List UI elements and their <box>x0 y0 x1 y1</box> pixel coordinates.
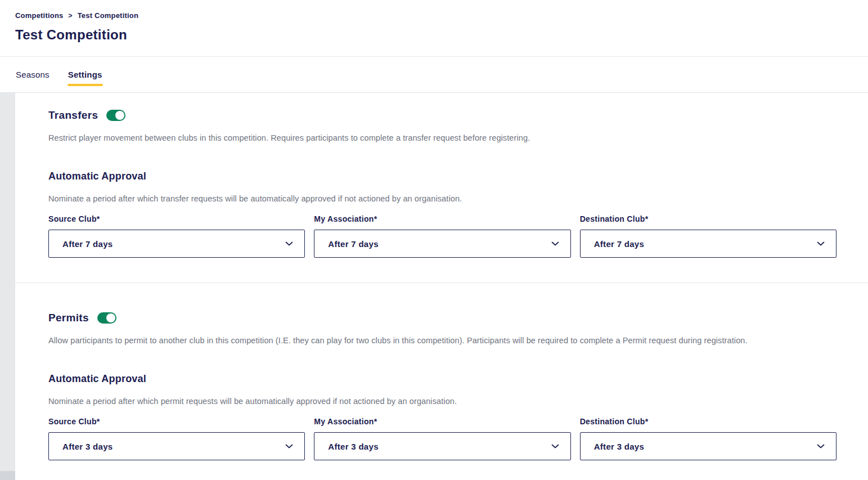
section-transfers: Transfers Restrict player movement betwe… <box>15 93 868 258</box>
page-title: Test Competition <box>15 27 868 43</box>
select-value: After 7 days <box>594 239 644 249</box>
chevron-down-icon <box>817 241 825 246</box>
permits-automatic-approval-title: Automatic Approval <box>48 373 836 385</box>
left-rail-footer <box>0 471 15 480</box>
my-association-label: My Association* <box>314 417 570 426</box>
permits-approval-fields: Source Club* After 3 days My Association… <box>48 417 836 460</box>
breadcrumb-separator: > <box>68 12 72 20</box>
settings-content: Transfers Restrict player movement betwe… <box>15 93 868 460</box>
chevron-down-icon <box>551 241 559 246</box>
my-association-label: My Association* <box>314 214 570 223</box>
field-transfers-source-club: Source Club* After 7 days <box>48 214 305 258</box>
page: Competitions > Test Competition Test Com… <box>0 0 868 480</box>
source-club-label: Source Club* <box>48 214 305 223</box>
select-value: After 3 days <box>328 442 378 451</box>
chevron-down-icon <box>551 444 559 448</box>
field-permits-my-association: My Association* After 3 days <box>314 417 570 460</box>
breadcrumb-current: Test Competition <box>78 11 138 20</box>
select-value: After 7 days <box>62 239 113 249</box>
field-transfers-my-association: My Association* After 7 days <box>314 214 570 258</box>
field-permits-destination-club: Destination Club* After 3 days <box>580 417 836 460</box>
destination-club-label: Destination Club* <box>580 214 836 223</box>
permits-header: Permits <box>48 311 836 324</box>
toggle-knob-icon <box>106 313 115 322</box>
left-rail <box>0 93 15 480</box>
permits-toggle[interactable] <box>97 312 116 324</box>
transfers-automatic-approval-description: Nominate a period after which transfer r… <box>48 194 836 204</box>
select-value: After 3 days <box>594 442 644 451</box>
select-value: After 3 days <box>62 442 113 451</box>
transfers-header: Transfers <box>48 109 836 122</box>
transfers-source-club-select[interactable]: After 7 days <box>48 230 305 258</box>
chevron-down-icon <box>285 444 293 448</box>
source-club-label: Source Club* <box>48 417 305 426</box>
permits-automatic-approval-description: Nominate a period after which permit req… <box>48 397 836 406</box>
field-transfers-destination-club: Destination Club* After 7 days <box>580 214 836 258</box>
transfers-approval-fields: Source Club* After 7 days My Association… <box>48 214 836 258</box>
permits-destination-club-select[interactable]: After 3 days <box>580 432 836 460</box>
breadcrumb-competitions[interactable]: Competitions <box>15 11 63 20</box>
transfers-destination-club-select[interactable]: After 7 days <box>580 230 836 258</box>
select-value: After 7 days <box>328 239 378 249</box>
section-permits: Permits Allow participants to permit to … <box>15 283 868 460</box>
permits-description: Allow participants to permit to another … <box>48 336 836 346</box>
tab-seasons[interactable]: Seasons <box>15 69 50 80</box>
destination-club-label: Destination Club* <box>580 417 836 426</box>
transfers-description: Restrict player movement between clubs i… <box>48 133 836 143</box>
transfers-my-association-select[interactable]: After 7 days <box>314 230 570 258</box>
permits-title: Permits <box>48 311 89 324</box>
transfers-toggle[interactable] <box>106 110 125 121</box>
transfers-automatic-approval-title: Automatic Approval <box>48 170 836 182</box>
tab-settings[interactable]: Settings <box>68 69 103 80</box>
chevron-down-icon <box>817 444 825 448</box>
field-permits-source-club: Source Club* After 3 days <box>48 417 305 460</box>
tab-bar: Seasons Settings <box>0 57 868 92</box>
page-header: Competitions > Test Competition Test Com… <box>0 0 868 56</box>
transfers-title: Transfers <box>48 109 98 122</box>
page-body: Transfers Restrict player movement betwe… <box>0 93 868 480</box>
breadcrumb: Competitions > Test Competition <box>15 11 868 20</box>
toggle-knob-icon <box>115 111 124 120</box>
chevron-down-icon <box>285 241 293 246</box>
permits-source-club-select[interactable]: After 3 days <box>48 432 305 460</box>
permits-my-association-select[interactable]: After 3 days <box>314 432 570 460</box>
